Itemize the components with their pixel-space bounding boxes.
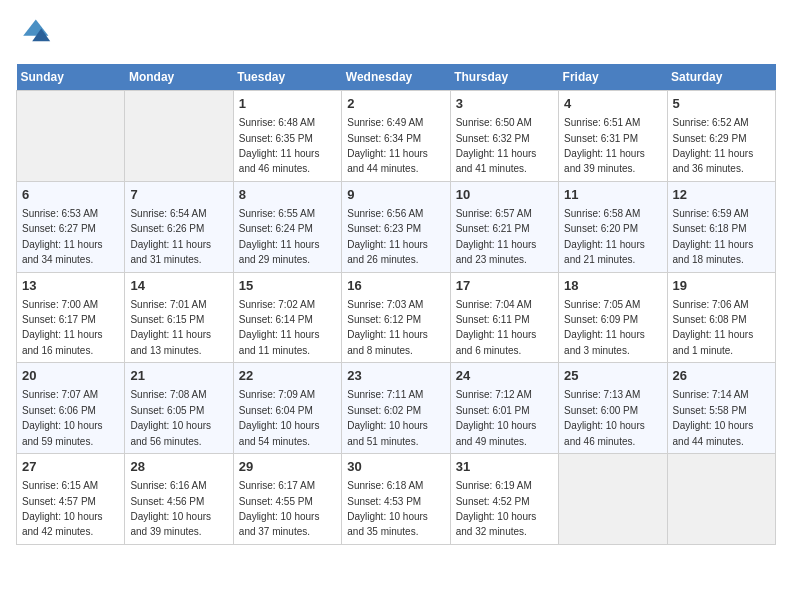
calendar-cell: 29 Sunrise: 6:17 AMSunset: 4:55 PMDaylig…	[233, 454, 341, 545]
calendar-cell	[667, 454, 775, 545]
calendar-table: SundayMondayTuesdayWednesdayThursdayFrid…	[16, 64, 776, 545]
day-number: 1	[239, 95, 336, 113]
weekday-header-wednesday: Wednesday	[342, 64, 450, 91]
day-info: Sunrise: 6:15 AMSunset: 4:57 PMDaylight:…	[22, 480, 103, 537]
weekday-header-friday: Friday	[559, 64, 667, 91]
day-info: Sunrise: 6:57 AMSunset: 6:21 PMDaylight:…	[456, 208, 537, 265]
day-number: 5	[673, 95, 770, 113]
day-number: 25	[564, 367, 661, 385]
day-info: Sunrise: 6:58 AMSunset: 6:20 PMDaylight:…	[564, 208, 645, 265]
weekday-header-row: SundayMondayTuesdayWednesdayThursdayFrid…	[17, 64, 776, 91]
day-number: 7	[130, 186, 227, 204]
calendar-week-row: 13 Sunrise: 7:00 AMSunset: 6:17 PMDaylig…	[17, 272, 776, 363]
calendar-cell: 8 Sunrise: 6:55 AMSunset: 6:24 PMDayligh…	[233, 181, 341, 272]
day-number: 17	[456, 277, 553, 295]
day-number: 12	[673, 186, 770, 204]
calendar-cell: 28 Sunrise: 6:16 AMSunset: 4:56 PMDaylig…	[125, 454, 233, 545]
calendar-cell: 7 Sunrise: 6:54 AMSunset: 6:26 PMDayligh…	[125, 181, 233, 272]
day-info: Sunrise: 6:50 AMSunset: 6:32 PMDaylight:…	[456, 117, 537, 174]
calendar-cell	[17, 91, 125, 182]
calendar-cell: 12 Sunrise: 6:59 AMSunset: 6:18 PMDaylig…	[667, 181, 775, 272]
day-info: Sunrise: 7:07 AMSunset: 6:06 PMDaylight:…	[22, 389, 103, 446]
day-info: Sunrise: 7:05 AMSunset: 6:09 PMDaylight:…	[564, 299, 645, 356]
day-number: 19	[673, 277, 770, 295]
day-info: Sunrise: 7:13 AMSunset: 6:00 PMDaylight:…	[564, 389, 645, 446]
day-number: 14	[130, 277, 227, 295]
day-info: Sunrise: 6:51 AMSunset: 6:31 PMDaylight:…	[564, 117, 645, 174]
day-info: Sunrise: 7:03 AMSunset: 6:12 PMDaylight:…	[347, 299, 428, 356]
day-info: Sunrise: 6:56 AMSunset: 6:23 PMDaylight:…	[347, 208, 428, 265]
day-info: Sunrise: 6:52 AMSunset: 6:29 PMDaylight:…	[673, 117, 754, 174]
calendar-week-row: 20 Sunrise: 7:07 AMSunset: 6:06 PMDaylig…	[17, 363, 776, 454]
day-info: Sunrise: 6:16 AMSunset: 4:56 PMDaylight:…	[130, 480, 211, 537]
day-info: Sunrise: 7:06 AMSunset: 6:08 PMDaylight:…	[673, 299, 754, 356]
weekday-header-monday: Monday	[125, 64, 233, 91]
weekday-header-tuesday: Tuesday	[233, 64, 341, 91]
calendar-cell: 26 Sunrise: 7:14 AMSunset: 5:58 PMDaylig…	[667, 363, 775, 454]
day-number: 10	[456, 186, 553, 204]
day-info: Sunrise: 7:09 AMSunset: 6:04 PMDaylight:…	[239, 389, 320, 446]
calendar-cell: 17 Sunrise: 7:04 AMSunset: 6:11 PMDaylig…	[450, 272, 558, 363]
calendar-cell: 19 Sunrise: 7:06 AMSunset: 6:08 PMDaylig…	[667, 272, 775, 363]
weekday-header-sunday: Sunday	[17, 64, 125, 91]
day-number: 30	[347, 458, 444, 476]
calendar-cell: 16 Sunrise: 7:03 AMSunset: 6:12 PMDaylig…	[342, 272, 450, 363]
day-number: 21	[130, 367, 227, 385]
calendar-cell: 2 Sunrise: 6:49 AMSunset: 6:34 PMDayligh…	[342, 91, 450, 182]
calendar-cell: 3 Sunrise: 6:50 AMSunset: 6:32 PMDayligh…	[450, 91, 558, 182]
day-number: 9	[347, 186, 444, 204]
calendar-cell: 22 Sunrise: 7:09 AMSunset: 6:04 PMDaylig…	[233, 363, 341, 454]
day-number: 24	[456, 367, 553, 385]
calendar-cell: 30 Sunrise: 6:18 AMSunset: 4:53 PMDaylig…	[342, 454, 450, 545]
day-number: 31	[456, 458, 553, 476]
calendar-cell: 21 Sunrise: 7:08 AMSunset: 6:05 PMDaylig…	[125, 363, 233, 454]
day-number: 26	[673, 367, 770, 385]
calendar-cell: 10 Sunrise: 6:57 AMSunset: 6:21 PMDaylig…	[450, 181, 558, 272]
day-info: Sunrise: 7:12 AMSunset: 6:01 PMDaylight:…	[456, 389, 537, 446]
svg-marker-0	[23, 20, 48, 36]
calendar-cell: 25 Sunrise: 7:13 AMSunset: 6:00 PMDaylig…	[559, 363, 667, 454]
weekday-header-saturday: Saturday	[667, 64, 775, 91]
day-number: 16	[347, 277, 444, 295]
day-number: 8	[239, 186, 336, 204]
day-number: 18	[564, 277, 661, 295]
day-number: 20	[22, 367, 119, 385]
day-info: Sunrise: 6:19 AMSunset: 4:52 PMDaylight:…	[456, 480, 537, 537]
calendar-cell	[125, 91, 233, 182]
day-info: Sunrise: 6:55 AMSunset: 6:24 PMDaylight:…	[239, 208, 320, 265]
day-number: 29	[239, 458, 336, 476]
day-info: Sunrise: 6:59 AMSunset: 6:18 PMDaylight:…	[673, 208, 754, 265]
calendar-cell: 11 Sunrise: 6:58 AMSunset: 6:20 PMDaylig…	[559, 181, 667, 272]
day-info: Sunrise: 6:18 AMSunset: 4:53 PMDaylight:…	[347, 480, 428, 537]
calendar-week-row: 6 Sunrise: 6:53 AMSunset: 6:27 PMDayligh…	[17, 181, 776, 272]
calendar-cell: 20 Sunrise: 7:07 AMSunset: 6:06 PMDaylig…	[17, 363, 125, 454]
calendar-cell: 13 Sunrise: 7:00 AMSunset: 6:17 PMDaylig…	[17, 272, 125, 363]
day-number: 28	[130, 458, 227, 476]
day-info: Sunrise: 7:00 AMSunset: 6:17 PMDaylight:…	[22, 299, 103, 356]
calendar-cell: 6 Sunrise: 6:53 AMSunset: 6:27 PMDayligh…	[17, 181, 125, 272]
calendar-cell: 31 Sunrise: 6:19 AMSunset: 4:52 PMDaylig…	[450, 454, 558, 545]
day-info: Sunrise: 6:17 AMSunset: 4:55 PMDaylight:…	[239, 480, 320, 537]
calendar-cell: 9 Sunrise: 6:56 AMSunset: 6:23 PMDayligh…	[342, 181, 450, 272]
calendar-cell: 4 Sunrise: 6:51 AMSunset: 6:31 PMDayligh…	[559, 91, 667, 182]
calendar-week-row: 1 Sunrise: 6:48 AMSunset: 6:35 PMDayligh…	[17, 91, 776, 182]
day-number: 2	[347, 95, 444, 113]
day-number: 23	[347, 367, 444, 385]
page-header	[16, 16, 776, 52]
day-number: 6	[22, 186, 119, 204]
day-number: 3	[456, 95, 553, 113]
calendar-cell: 14 Sunrise: 7:01 AMSunset: 6:15 PMDaylig…	[125, 272, 233, 363]
logo-icon	[16, 16, 52, 52]
day-info: Sunrise: 7:04 AMSunset: 6:11 PMDaylight:…	[456, 299, 537, 356]
logo	[16, 16, 56, 52]
calendar-cell: 15 Sunrise: 7:02 AMSunset: 6:14 PMDaylig…	[233, 272, 341, 363]
day-info: Sunrise: 6:53 AMSunset: 6:27 PMDaylight:…	[22, 208, 103, 265]
day-info: Sunrise: 6:49 AMSunset: 6:34 PMDaylight:…	[347, 117, 428, 174]
day-info: Sunrise: 7:02 AMSunset: 6:14 PMDaylight:…	[239, 299, 320, 356]
calendar-cell: 24 Sunrise: 7:12 AMSunset: 6:01 PMDaylig…	[450, 363, 558, 454]
day-info: Sunrise: 7:14 AMSunset: 5:58 PMDaylight:…	[673, 389, 754, 446]
day-number: 22	[239, 367, 336, 385]
calendar-week-row: 27 Sunrise: 6:15 AMSunset: 4:57 PMDaylig…	[17, 454, 776, 545]
weekday-header-thursday: Thursday	[450, 64, 558, 91]
day-info: Sunrise: 6:48 AMSunset: 6:35 PMDaylight:…	[239, 117, 320, 174]
